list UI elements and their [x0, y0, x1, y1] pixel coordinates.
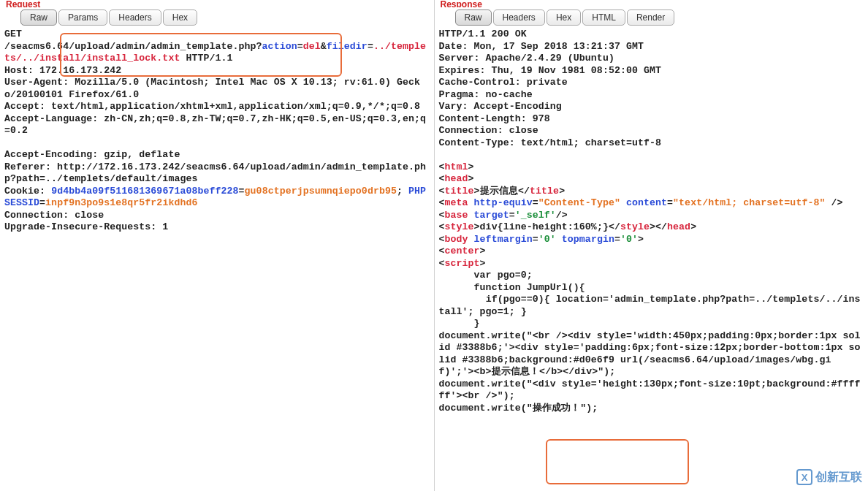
- tab-hex-resp[interactable]: Hex: [547, 9, 581, 26]
- request-title: Request: [0, 0, 434, 7]
- tab-raw-resp[interactable]: Raw: [455, 9, 492, 26]
- request-tabs: Raw Params Headers Hex: [0, 7, 434, 26]
- tab-headers[interactable]: Headers: [109, 9, 161, 26]
- request-pane: Request Raw Params Headers Hex GET /seac…: [0, 0, 435, 491]
- response-pane: Response Raw Headers Hex HTML Render HTT…: [435, 0, 869, 491]
- response-tabs: Raw Headers Hex HTML Render: [435, 7, 869, 26]
- tab-params[interactable]: Params: [58, 9, 107, 26]
- response-title: Response: [435, 0, 869, 7]
- tab-headers-resp[interactable]: Headers: [493, 9, 545, 26]
- tab-render-resp[interactable]: Render: [627, 9, 674, 26]
- tab-html-resp[interactable]: HTML: [582, 9, 625, 26]
- tab-hex[interactable]: Hex: [163, 9, 197, 26]
- request-text[interactable]: GET /seacms6.64/upload/admin/admin_templ…: [0, 26, 434, 491]
- response-text[interactable]: HTTP/1.1 200 OK Date: Mon, 17 Sep 2018 1…: [435, 26, 869, 491]
- tab-raw[interactable]: Raw: [20, 9, 57, 26]
